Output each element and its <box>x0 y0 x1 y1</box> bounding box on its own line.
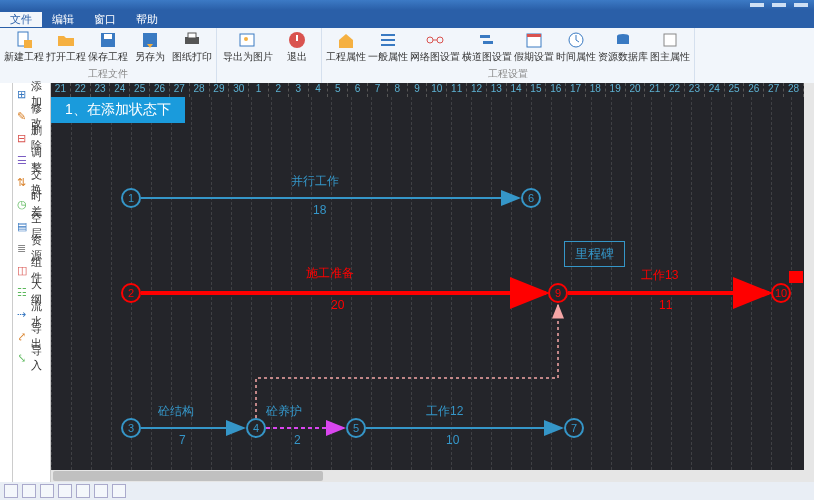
node-3[interactable]: 3 <box>121 418 141 438</box>
edge-duration: 11 <box>659 298 672 312</box>
flow-icon: ⇢ <box>17 308 28 320</box>
instruction-banner: 1、在添加状态下 <box>51 97 185 123</box>
edge-duration: 2 <box>294 433 301 447</box>
owner-icon <box>660 30 680 50</box>
node-6[interactable]: 6 <box>521 188 541 208</box>
resource-icon: ≣ <box>17 242 28 254</box>
general-props-button[interactable]: 一般属性 <box>368 30 408 62</box>
open-project-button[interactable]: 打开工程 <box>46 30 86 62</box>
menu-window[interactable]: 窗口 <box>84 12 126 27</box>
view-btn-5[interactable] <box>76 484 90 498</box>
menu-file[interactable]: 文件 <box>0 12 42 27</box>
minus-icon: ⊟ <box>17 132 28 144</box>
database-icon <box>613 30 633 50</box>
view-btn-3[interactable] <box>40 484 54 498</box>
outline-icon: ☷ <box>17 286 28 298</box>
svg-point-8 <box>244 37 248 41</box>
close-button[interactable] <box>794 3 808 7</box>
node-4[interactable]: 4 <box>246 418 266 438</box>
left-gutter <box>0 83 13 482</box>
scrollbar-thumb[interactable] <box>53 471 323 481</box>
view-btn-4[interactable] <box>58 484 72 498</box>
view-btn-6[interactable] <box>94 484 108 498</box>
node-10[interactable]: 10 <box>771 283 791 303</box>
time-attr-button[interactable]: 时间属性 <box>556 30 596 62</box>
svg-rect-11 <box>381 34 395 36</box>
view-btn-2[interactable] <box>22 484 36 498</box>
svg-rect-3 <box>104 34 112 39</box>
node-9[interactable]: 9 <box>548 283 568 303</box>
ruler: 2122232425262728293012345678910111213141… <box>51 83 804 97</box>
node-5[interactable]: 5 <box>346 418 366 438</box>
swap-icon: ⇅ <box>17 176 28 188</box>
list-icon <box>378 30 398 50</box>
holiday-settings-button[interactable]: 假期设置 <box>514 30 554 62</box>
network-settings-button[interactable]: 网络图设置 <box>410 30 460 62</box>
view-btn-1[interactable] <box>4 484 18 498</box>
edge-label: 砼养护 <box>266 403 302 420</box>
export-image-button[interactable]: 导出为图片 <box>221 30 275 62</box>
printer-icon <box>182 30 202 50</box>
node-2[interactable]: 2 <box>121 283 141 303</box>
save-icon <box>98 30 118 50</box>
view-btn-7[interactable] <box>112 484 126 498</box>
clock-icon <box>566 30 586 50</box>
export-icon: ⤤ <box>17 330 28 342</box>
svg-point-14 <box>427 37 433 43</box>
menu-help[interactable]: 帮助 <box>126 12 168 27</box>
node-7[interactable]: 7 <box>564 418 584 438</box>
svg-rect-12 <box>381 39 395 41</box>
edge-label: 工作13 <box>641 267 678 284</box>
tool-import[interactable]: ⤥导入 <box>13 347 50 369</box>
svg-rect-10 <box>296 35 298 41</box>
edge-duration: 18 <box>313 203 326 217</box>
print-button[interactable]: 图纸打印 <box>172 30 212 62</box>
minimize-button[interactable] <box>750 3 764 7</box>
menu-bar: 文件 编辑 窗口 帮助 <box>0 10 814 28</box>
edge-duration: 10 <box>446 433 459 447</box>
window-titlebar <box>0 0 814 10</box>
new-project-button[interactable]: 新建工程 <box>4 30 44 62</box>
network-icon <box>425 30 445 50</box>
save-project-button[interactable]: 保存工程 <box>88 30 128 62</box>
status-bar <box>0 482 814 500</box>
owner-attr-button[interactable]: 图主属性 <box>650 30 690 62</box>
layer-icon: ▤ <box>17 220 28 232</box>
sliders-icon: ☰ <box>17 154 28 166</box>
exit-icon <box>287 30 307 50</box>
gantt-settings-button[interactable]: 横道图设置 <box>462 30 512 62</box>
calendar-icon <box>524 30 544 50</box>
vertical-scrollbar[interactable] <box>804 83 814 482</box>
vertical-toolbar: ⊞添加 ✎修改 ⊟删除 ☰调整 ⇅交换 ◷时差 ▤空层 ≣资源 ◫组件 ☷大纲 … <box>13 83 51 482</box>
folder-open-icon <box>56 30 76 50</box>
svg-rect-6 <box>188 33 196 38</box>
svg-rect-24 <box>664 34 676 46</box>
horizontal-scrollbar[interactable] <box>51 470 804 482</box>
house-icon <box>336 30 356 50</box>
edge-duration: 20 <box>331 298 344 312</box>
canvas[interactable]: 2122232425262728293012345678910111213141… <box>51 83 814 482</box>
edge-label: 并行工作 <box>291 173 339 190</box>
new-file-icon <box>14 30 34 50</box>
edge-label: 砼结构 <box>158 403 194 420</box>
edge-label: 工作12 <box>426 403 463 420</box>
exit-button[interactable]: 退出 <box>277 30 317 62</box>
plus-icon: ⊞ <box>17 88 28 100</box>
ribbon-group-file-label: 工程文件 <box>88 67 128 81</box>
node-1[interactable]: 1 <box>121 188 141 208</box>
save-as-icon <box>140 30 160 50</box>
clock-small-icon: ◷ <box>17 198 28 210</box>
svg-rect-23 <box>617 36 629 44</box>
restore-button[interactable] <box>772 3 786 7</box>
resource-db-button[interactable]: 资源数据库 <box>598 30 648 62</box>
svg-rect-13 <box>381 44 395 46</box>
menu-edit[interactable]: 编辑 <box>42 12 84 27</box>
save-as-button[interactable]: 另存为 <box>130 30 170 62</box>
svg-rect-20 <box>527 34 541 37</box>
image-export-icon <box>238 30 258 50</box>
ribbon-group-settings-label: 工程设置 <box>488 67 528 81</box>
svg-point-15 <box>437 37 443 43</box>
project-props-button[interactable]: 工程属性 <box>326 30 366 62</box>
gantt-icon <box>477 30 497 50</box>
svg-rect-1 <box>24 40 32 48</box>
